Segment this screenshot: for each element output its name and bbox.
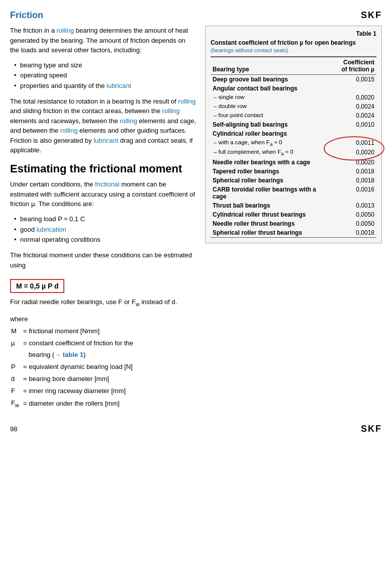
content-columns: The friction in a rolling bearing determ…: [10, 26, 382, 411]
table-row: Needle roller bearings with a cage0,0020: [211, 158, 376, 167]
list-item: operating speed: [14, 70, 196, 81]
table-row: Self-aligning ball bearings0,0010: [211, 120, 376, 129]
section-para1: Under certain conditions, the frictional…: [10, 179, 196, 209]
where-row-F: F = inner ring raceway diameter [mm]: [11, 386, 133, 397]
coefficient-value-cell: [327, 129, 376, 138]
coefficient-value-cell: 0,0020: [327, 148, 376, 157]
list-item: normal operating conditions: [14, 235, 196, 245]
bearing-type-cell: Self-aligning ball bearings: [211, 120, 327, 129]
page-title: Friction: [10, 10, 43, 21]
list-item: bearing load P ≈ 0,1 C: [14, 214, 196, 225]
bearing-type-cell: Cylindrical roller bearings: [211, 129, 327, 138]
bearing-type-cell: – four-point contact: [211, 111, 327, 120]
friction-table: Bearing type Coefficientof friction µ De…: [211, 56, 376, 238]
table-row: – double row0,0024: [211, 102, 376, 111]
table-label: Table 1: [211, 30, 376, 37]
bearing-type-cell: Thrust ball bearings: [211, 201, 327, 210]
bearing-type-cell: Spherical roller thrust bearings: [211, 228, 327, 238]
coefficient-value-cell: 0,0024: [327, 102, 376, 111]
para3: The frictional moment under these condit…: [10, 250, 196, 270]
header-row: Friction SKF: [10, 10, 382, 21]
para2: The total resistance to rotation in a be…: [10, 97, 196, 155]
table-row: Thrust ball bearings0,0013: [211, 201, 376, 210]
where-row-P: P = equivalent dynamic bearing load [N]: [11, 361, 133, 372]
where-row-d: d = bearing bore diameter [mm]: [11, 373, 133, 385]
table-header-row: Bearing type Coefficientof friction µ: [211, 57, 376, 75]
formula-box: M = 0,5 µ P d: [10, 279, 64, 293]
coefficient-value-cell: 0,0018: [327, 167, 376, 176]
bearing-type-cell: Needle roller thrust bearings: [211, 219, 327, 228]
table-row: – full complement, when Fa ≈ 00,0020: [211, 148, 376, 157]
bearing-type-cell: Angular contact ball bearings: [211, 84, 327, 93]
coefficient-value-cell: 0,0010: [327, 120, 376, 129]
table-row: Cylindrical roller bearings: [211, 129, 376, 138]
skf-logo-bottom: SKF: [361, 424, 382, 434]
table-row: – with a cage, when Fa ≈ 00,0011: [211, 138, 376, 148]
coefficient-value-cell: 0,0013: [327, 201, 376, 210]
left-column: The friction in a rolling bearing determ…: [10, 26, 196, 411]
formula-text: M = 0,5 µ P d: [16, 282, 58, 290]
col-header-coefficient: Coefficientof friction µ: [327, 57, 376, 75]
bullets-list-2: bearing load P ≈ 0,1 C good lubrication …: [14, 214, 196, 245]
page-number: 98: [10, 425, 17, 433]
where-label: where: [10, 313, 196, 325]
section-heading-estimating: Estimating the frictional moment: [10, 162, 196, 175]
where-row-M: M = frictional moment [Nmm]: [11, 326, 133, 337]
table-row: – four-point contact0,0024: [211, 111, 376, 120]
bearing-type-cell: CARB toroidal roller bearings with a cag…: [211, 185, 327, 201]
where-row-Fw: Fw = diameter under the rollers [mm]: [11, 398, 133, 410]
table-row: Deep groove ball bearings0,0015: [211, 75, 376, 84]
friction-table-container: Table 1 Constant coefficient of friction…: [205, 26, 382, 243]
coefficient-value-cell: 0,0020: [327, 93, 376, 102]
list-item: good lubrication: [14, 225, 196, 235]
table-row: Spherical roller bearings0,0018: [211, 176, 376, 185]
bearing-type-cell: – with a cage, when Fa ≈ 0: [211, 138, 327, 148]
coefficient-value-cell: 0,0016: [327, 185, 376, 201]
bearing-type-cell: – double row: [211, 102, 327, 111]
coefficient-value-cell: 0,0020: [327, 158, 376, 167]
bearing-type-cell: Tapered roller bearings: [211, 167, 327, 176]
page-footer: 98 SKF: [10, 421, 382, 434]
para4: For radial needle roller bearings, use F…: [10, 297, 196, 308]
skf-logo-top: SKF: [361, 10, 382, 21]
table-subtitle: (bearings without contact seals): [211, 47, 376, 53]
table-row: – single row0,0020: [211, 93, 376, 102]
bearing-type-cell: Cylindrical roller thrust bearings: [211, 210, 327, 219]
list-item: properties and quantity of the lubricant: [14, 81, 196, 91]
bearing-type-cell: Deep groove ball bearings: [211, 75, 327, 84]
coefficient-value-cell: 0,0050: [327, 219, 376, 228]
page-layout: Friction SKF The friction in a rolling b…: [10, 10, 382, 434]
table-title: Constant coefficient of friction µ for o…: [211, 39, 376, 46]
table-row: Needle roller thrust bearings0,0050: [211, 219, 376, 228]
bullets-list-1: bearing type and size operating speed pr…: [14, 60, 196, 91]
coefficient-value-cell: 0,0011: [327, 138, 376, 148]
table-row: Tapered roller bearings0,0018: [211, 167, 376, 176]
col-header-bearing-type: Bearing type: [211, 57, 327, 75]
list-item: bearing type and size: [14, 60, 196, 71]
coefficient-value-cell: [327, 84, 376, 93]
table-row: Angular contact ball bearings: [211, 84, 376, 93]
coefficient-value-cell: 0,0018: [327, 176, 376, 185]
table-row: Cylindrical roller thrust bearings0,0050: [211, 210, 376, 219]
where-row-mu: µ = constant coefficient of friction for…: [11, 338, 133, 360]
coefficient-value-cell: 0,0024: [327, 111, 376, 120]
bearing-type-cell: – single row: [211, 93, 327, 102]
bearing-type-cell: – full complement, when Fa ≈ 0: [211, 148, 327, 157]
coefficient-value-cell: 0,0015: [327, 75, 376, 84]
table-row: CARB toroidal roller bearings with a cag…: [211, 185, 376, 201]
right-column: Table 1 Constant coefficient of friction…: [205, 26, 382, 411]
table-row: Spherical roller thrust bearings0,0018: [211, 228, 376, 238]
intro-paragraph: The friction in a rolling bearing determ…: [10, 26, 196, 55]
coefficient-value-cell: 0,0050: [327, 210, 376, 219]
coefficient-value-cell: 0,0018: [327, 228, 376, 238]
where-block: where M = frictional moment [Nmm] µ = co…: [10, 313, 196, 411]
bearing-type-cell: Needle roller bearings with a cage: [211, 158, 327, 167]
bearing-type-cell: Spherical roller bearings: [211, 176, 327, 185]
